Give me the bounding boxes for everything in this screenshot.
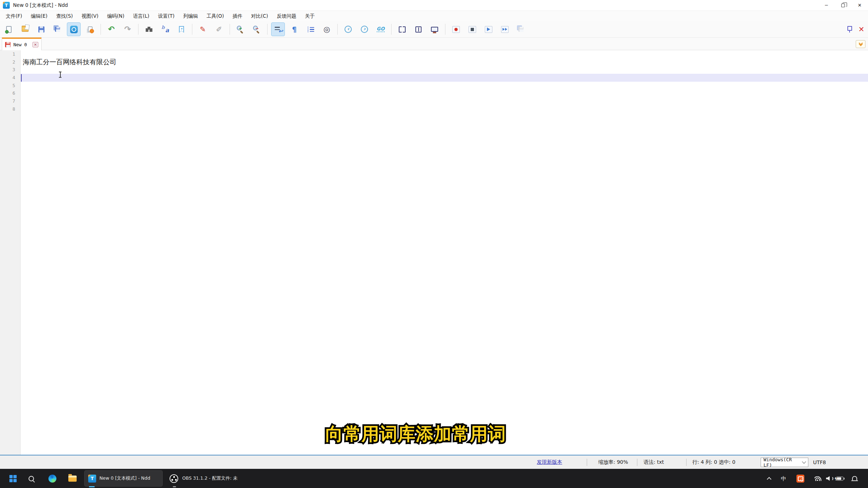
file-explorer-icon[interactable] <box>68 475 77 481</box>
close-all-icon[interactable] <box>83 22 97 36</box>
ndd-icon: T <box>88 475 96 483</box>
window-title: New 0 [文本模式] - Ndd <box>13 2 68 9</box>
find-icon[interactable] <box>142 22 156 36</box>
macro-save-icon[interactable] <box>514 22 528 36</box>
macro-run-multiple-icon[interactable] <box>498 22 512 36</box>
focus-mode-icon[interactable]: ◎ <box>320 22 334 36</box>
menu-file[interactable]: 文件(F) <box>1 12 26 21</box>
tab-list-chevron-icon[interactable] <box>856 40 865 48</box>
replace-icon[interactable]: ba <box>158 22 172 36</box>
toolbar-separator <box>230 24 230 35</box>
macro-stop-icon[interactable] <box>465 22 479 36</box>
ime-indicator[interactable]: 中 <box>781 475 786 482</box>
menu-about[interactable]: 关于 <box>300 12 319 21</box>
toolbar-separator <box>267 24 268 35</box>
taskbar-ndd-button[interactable]: T New 0 [文本模式] - Ndd <box>84 470 163 487</box>
pin-toolbar-icon[interactable] <box>847 26 852 33</box>
new-file-icon[interactable] <box>2 22 16 36</box>
menu-encoding[interactable]: 编码(N) <box>103 12 129 21</box>
start-button-icon[interactable] <box>9 475 17 482</box>
snip-tool-icon[interactable] <box>796 475 804 483</box>
cursor-position: 行: 4 列: 0 选中: 0 <box>692 459 735 466</box>
line-number: 8 <box>0 105 20 113</box>
running-app-indicator <box>173 486 176 487</box>
status-bar: 发现新版本 缩放率: 90% 语法: txt 行: 4 列: 0 选中: 0 W… <box>0 455 868 469</box>
toolbar: ↶ ↷ ba ✎ ✐ + − ¶ ◎ ‹ › GO ✕ <box>0 21 868 38</box>
toolbar-separator <box>391 24 392 35</box>
restore-icon <box>841 4 845 7</box>
volume-wave-icon <box>830 476 833 481</box>
redo-icon[interactable]: ↷ <box>121 22 134 36</box>
text-caret <box>21 74 22 82</box>
line-number: 7 <box>0 97 20 105</box>
goto-line-icon[interactable]: GO <box>374 22 388 36</box>
bookmark-icon[interactable] <box>175 22 188 36</box>
word-wrap-icon[interactable] <box>271 22 285 36</box>
navigate-forward-icon[interactable]: › <box>358 22 371 36</box>
notifications-bell-icon[interactable] <box>852 476 857 480</box>
toolbar-separator <box>337 24 338 35</box>
toolbar-separator <box>101 24 101 35</box>
volume-icon[interactable] <box>826 476 830 481</box>
navigate-back-icon[interactable]: ‹ <box>341 22 355 36</box>
macro-play-icon[interactable] <box>482 22 495 36</box>
line-number: 6 <box>0 89 20 97</box>
line-number: 4 <box>0 74 20 82</box>
ndd-button-label: New 0 [文本模式] - Ndd <box>99 475 150 481</box>
toolbar-separator <box>138 24 138 35</box>
save-file-icon[interactable] <box>34 22 48 36</box>
editor-line-5 <box>21 82 868 90</box>
status-separator <box>686 459 687 466</box>
update-link[interactable]: 发现新版本 <box>537 459 562 466</box>
menu-feedback[interactable]: 反馈问题 <box>272 12 300 21</box>
indent-guide-icon[interactable] <box>304 22 317 36</box>
menu-view[interactable]: 视图(V) <box>77 12 103 21</box>
menu-column-edit[interactable]: 列编辑 <box>179 12 202 21</box>
menu-settings[interactable]: 设置(T) <box>154 12 179 21</box>
battery-icon[interactable] <box>836 476 843 480</box>
presentation-mode-icon[interactable] <box>428 22 441 36</box>
taskbar-obs-button[interactable]: OBS 31.1.2 - 配置文件: 未 <box>166 470 246 487</box>
save-all-icon[interactable] <box>51 22 64 36</box>
maximize-button[interactable] <box>835 0 851 10</box>
show-paragraph-marks-icon[interactable]: ¶ <box>287 22 301 36</box>
eol-selector[interactable]: Windows(CR LF) <box>761 458 808 467</box>
zoom-level: 缩放率: 90% <box>598 459 628 466</box>
clear-highlight-icon[interactable]: ✐ <box>212 22 226 36</box>
minimize-button[interactable]: ─ <box>818 0 835 10</box>
zoom-in-icon[interactable]: + <box>234 22 247 36</box>
editor-line-3 <box>21 66 868 74</box>
editor-line-2: 海南工分一百网络科技有限公司 <box>21 58 868 66</box>
wifi-icon[interactable] <box>814 476 822 481</box>
app-icon: T <box>3 2 10 9</box>
close-toolbar-icon[interactable]: ✕ <box>858 26 864 33</box>
menu-language[interactable]: 语言(L) <box>129 12 154 21</box>
editor-line-6 <box>21 89 868 97</box>
editor-line-7 <box>21 97 868 105</box>
obs-button-label: OBS 31.1.2 - 配置文件: 未 <box>182 475 238 481</box>
menu-plugins[interactable]: 插件 <box>228 12 247 21</box>
menu-tools[interactable]: 工具(O) <box>202 12 228 21</box>
menu-compare[interactable]: 对比(C) <box>247 12 272 21</box>
highlight-pen-icon[interactable]: ✎ <box>196 22 210 36</box>
menu-edit[interactable]: 编辑(E) <box>26 12 52 21</box>
line-number: 2 <box>0 58 20 66</box>
macro-record-icon[interactable] <box>449 22 463 36</box>
menu-search[interactable]: 查找(S) <box>52 12 77 21</box>
edge-browser-icon[interactable] <box>48 475 56 483</box>
toolbar-right: ✕ <box>847 26 868 33</box>
split-view-icon[interactable] <box>411 22 425 36</box>
close-button[interactable]: ✕ <box>851 0 868 10</box>
file-watch-icon[interactable] <box>67 22 81 36</box>
tab-new-0[interactable]: New 0 ✕ <box>2 38 42 50</box>
line-number: 5 <box>0 82 20 90</box>
zoom-out-icon[interactable]: − <box>250 22 264 36</box>
open-file-icon[interactable] <box>18 22 32 36</box>
file-compare-icon[interactable] <box>395 22 409 36</box>
text-area[interactable]: 海南工分一百网络科技有限公司 <box>21 50 868 455</box>
tray-expand-chevron-icon[interactable] <box>767 477 771 481</box>
undo-icon[interactable]: ↶ <box>104 22 118 36</box>
search-icon[interactable] <box>29 476 34 481</box>
tab-close-icon[interactable]: ✕ <box>33 42 38 47</box>
tab-label: New 0 <box>13 42 27 47</box>
